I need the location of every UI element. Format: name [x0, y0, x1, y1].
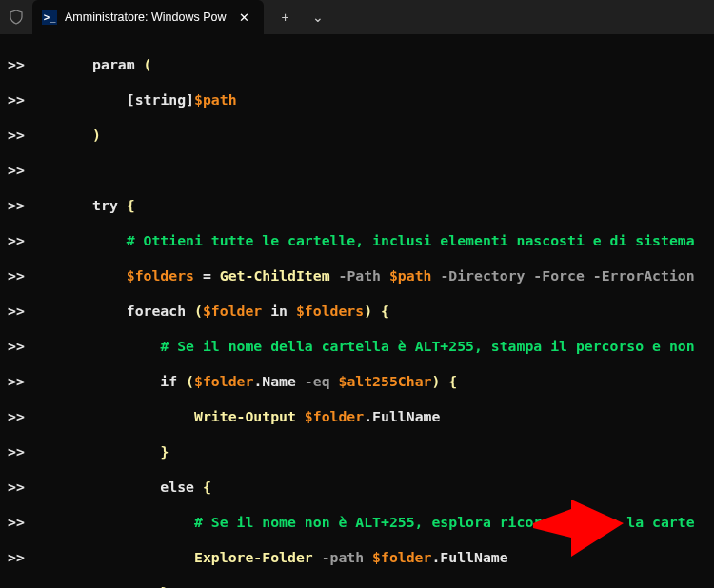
comment: # Se il nome della cartella è ALT+255, s…: [160, 338, 694, 354]
type: string: [135, 91, 186, 108]
code-text: [25, 443, 161, 460]
dot: .: [364, 408, 372, 424]
brace: {: [203, 479, 211, 495]
continuation-prompt: >>: [8, 267, 25, 284]
property: Name: [262, 373, 296, 389]
code-text: [25, 338, 161, 354]
tab-actions: + ⌄: [264, 0, 334, 34]
code-text: [25, 91, 127, 108]
code-text: [25, 232, 127, 248]
code-text: [296, 408, 305, 424]
continuation-prompt: >>: [8, 584, 25, 589]
param-flag: -path: [313, 549, 372, 565]
continuation-prompt: >>: [8, 479, 25, 495]
variable: $path: [389, 267, 432, 284]
comment: # Ottieni tutte le cartelle, inclusi ele…: [127, 232, 695, 248]
continuation-prompt: >>: [8, 91, 25, 108]
brace: {: [127, 197, 135, 213]
paren: ): [364, 303, 372, 319]
continuation-prompt: >>: [8, 549, 25, 565]
code-text: [25, 408, 194, 424]
continuation-prompt: >>: [8, 232, 25, 248]
code-text: [25, 584, 161, 589]
param-flag: -Directory -Force -ErrorAction: [431, 267, 694, 284]
code-text: [25, 514, 194, 530]
variable: $folder: [203, 303, 262, 319]
keyword: if: [25, 373, 186, 389]
bracket: ]: [186, 91, 194, 108]
continuation-prompt: >>: [8, 338, 25, 354]
continuation-prompt: >>: [8, 303, 25, 319]
variable: $alt255Char: [338, 373, 431, 389]
variable: $folders: [127, 267, 194, 284]
code-text: param: [25, 56, 144, 72]
keyword: else: [25, 479, 203, 495]
tab-title: Amministratore: Windows Pow: [65, 10, 227, 24]
variable: $path: [194, 91, 237, 108]
continuation-prompt: >>: [8, 408, 25, 424]
paren: (: [194, 303, 203, 319]
keyword: try: [25, 197, 127, 213]
param-flag: -Path: [330, 267, 389, 284]
code-text: [25, 549, 194, 565]
variable: $folder: [372, 549, 431, 565]
continuation-prompt: >>: [8, 443, 25, 460]
continuation-prompt: >>: [8, 56, 25, 72]
variable: $folder: [305, 408, 364, 424]
cmdlet: Get-ChildItem: [220, 267, 330, 284]
new-tab-button[interactable]: +: [269, 0, 302, 34]
continuation-prompt: >>: [8, 373, 25, 389]
continuation-prompt: >>: [8, 514, 25, 530]
bracket: [: [127, 91, 135, 108]
window-titlebar: >_ Amministratore: Windows Pow ✕ + ⌄: [0, 0, 714, 34]
continuation-prompt: >>: [8, 162, 25, 178]
terminal-output[interactable]: >> param ( >> [string]$path >> ) >> >> t…: [0, 34, 714, 588]
brace: {: [440, 373, 457, 389]
powershell-icon: >_: [42, 10, 57, 25]
cmdlet: Write-Output: [194, 408, 296, 424]
code-text: =: [194, 267, 220, 284]
variable: $folder: [194, 373, 253, 389]
code-text: [25, 127, 92, 143]
shield-icon: [0, 0, 32, 34]
dot: .: [253, 373, 262, 389]
operator: -eq: [296, 373, 339, 389]
paren: ): [92, 127, 101, 143]
variable: $folders: [296, 303, 364, 319]
tab-active[interactable]: >_ Amministratore: Windows Pow ✕: [32, 0, 264, 34]
close-icon[interactable]: ✕: [234, 9, 254, 27]
keyword: in: [262, 303, 296, 319]
brace: {: [372, 303, 389, 319]
property: FullName: [372, 408, 440, 424]
paren: (: [144, 56, 152, 72]
continuation-prompt: >>: [8, 127, 25, 143]
brace: }: [160, 443, 169, 460]
comment: # Se il nome non è ALT+255, esplora rico…: [194, 514, 695, 530]
property: FullName: [440, 549, 507, 565]
paren: (: [186, 373, 194, 389]
code-text: [25, 267, 127, 284]
keyword: foreach: [25, 303, 194, 319]
cmdlet: Explore-Folder: [194, 549, 313, 565]
brace: }: [160, 584, 169, 589]
tab-dropdown-button[interactable]: ⌄: [302, 0, 334, 34]
continuation-prompt: >>: [8, 197, 25, 213]
